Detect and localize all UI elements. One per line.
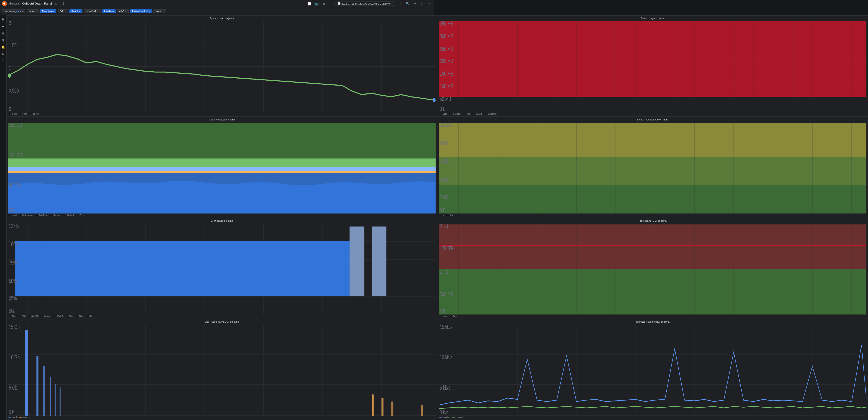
svg-text:1: 1 — [9, 65, 11, 71]
dashboard-grid: System Load on jama — [6, 15, 434, 210]
legend-5min: 5 min — [19, 113, 27, 115]
svg-text:0.500: 0.500 — [9, 88, 19, 94]
zoom-in-icon[interactable]: ⊕ — [412, 1, 418, 6]
svg-point-55 — [433, 98, 434, 102]
svg-point-54 — [8, 73, 11, 78]
memory-usage-panel: Memory Usage on jama — [6, 117, 434, 210]
svg-text:150 GB: 150 GB — [9, 122, 22, 128]
graph-icon[interactable]: 📈 — [307, 1, 312, 6]
system-load-chart: 2 1.50 1 0.500 0 16:16 16:18 16:20 16:22… — [8, 21, 434, 112]
config-icon[interactable]: ⚙ — [1, 51, 6, 56]
share-icon[interactable]: ⤴ — [60, 1, 66, 6]
alerts-icon[interactable]: 🔔 — [1, 44, 6, 50]
svg-rect-131 — [8, 123, 434, 159]
svg-text:0: 0 — [9, 106, 11, 112]
breadcrumb: General / Collectd Graph Panel — [9, 2, 52, 5]
none-filter[interactable]: None ▼ — [153, 9, 166, 13]
svg-text:50 GB: 50 GB — [9, 182, 20, 189]
add-icon[interactable]: + — [1, 24, 6, 29]
legend-1min: 1 min — [8, 113, 17, 115]
filters-bar: hostname jama ▼ jama ▼ Mountpoint OE ▼ P… — [0, 7, 434, 15]
hostname-filter[interactable]: hostname jama ▼ — [2, 9, 25, 13]
oe-filter[interactable]: OE ▼ — [58, 9, 68, 13]
left-sidebar: 🔍 + ⊞ ◎ 🔔 ⚙ 🛡 — [0, 15, 6, 210]
svg-text:100 GB: 100 GB — [9, 152, 22, 158]
svg-text:2: 2 — [9, 21, 11, 26]
tv-icon[interactable]: 📺 — [314, 1, 320, 6]
svg-rect-134 — [8, 171, 434, 173]
jama-filter[interactable]: jama ▼ — [27, 9, 39, 13]
apps-icon[interactable]: ⊞ — [1, 31, 6, 36]
search-icon[interactable]: 🔍 — [1, 17, 6, 22]
eth0-filter[interactable]: eth0 ▼ — [117, 9, 128, 13]
system-load-panel: System Load on jama — [6, 15, 434, 117]
star-icon[interactable]: ☆ — [53, 1, 59, 6]
refresh-interval-icon[interactable]: ▼ — [426, 1, 432, 6]
retention-filter[interactable]: Retention Policy — [130, 9, 152, 13]
svg-rect-133 — [8, 167, 434, 171]
interface-filter[interactable]: Interface — [102, 9, 116, 13]
memory-usage-title: Memory Usage on jama — [8, 118, 434, 121]
refresh-icon[interactable]: ↻ — [419, 1, 425, 6]
prev-icon[interactable]: ‹ — [328, 1, 334, 6]
svg-text:0 B: 0 B — [9, 207, 15, 210]
legend-15min: 15 min — [29, 113, 39, 115]
svg-text:G: G — [3, 2, 5, 5]
svg-rect-132 — [8, 159, 434, 167]
settings-icon[interactable]: ⚙ — [321, 1, 327, 6]
memory-usage-chart: 150 GB 100 GB 50 GB 0 B 16:16 16:18 16:2… — [8, 122, 434, 210]
nvme-filter[interactable]: nvme1n1 ▼ — [84, 9, 100, 13]
topbar-right: 📈 📺 ⚙ ‹ 🕐 2022-03-11 16:15:42 to 2022-03… — [307, 1, 432, 6]
shield-icon[interactable]: 🛡 — [1, 58, 6, 63]
mountpoint-filter[interactable]: Mountpoint — [40, 9, 56, 13]
next-icon[interactable]: › — [397, 1, 403, 6]
time-range-picker[interactable]: 🕐 2022-03-11 16:15:42 to 2022-03-11 16:5… — [336, 1, 396, 6]
grafana-logo: G — [2, 1, 7, 6]
zoom-out-icon[interactable]: 🔍 — [405, 1, 410, 6]
partition-filter[interactable]: Partition — [69, 9, 83, 13]
explore-icon[interactable]: ◎ — [1, 38, 6, 42]
system-load-title: System Load on jama — [8, 17, 434, 20]
svg-text:1.50: 1.50 — [9, 42, 17, 49]
topbar: G General / Collectd Graph Panel ☆ ⤴ 📈 📺… — [0, 0, 434, 7]
system-load-legend: 1 min 5 min 15 min — [8, 113, 434, 115]
